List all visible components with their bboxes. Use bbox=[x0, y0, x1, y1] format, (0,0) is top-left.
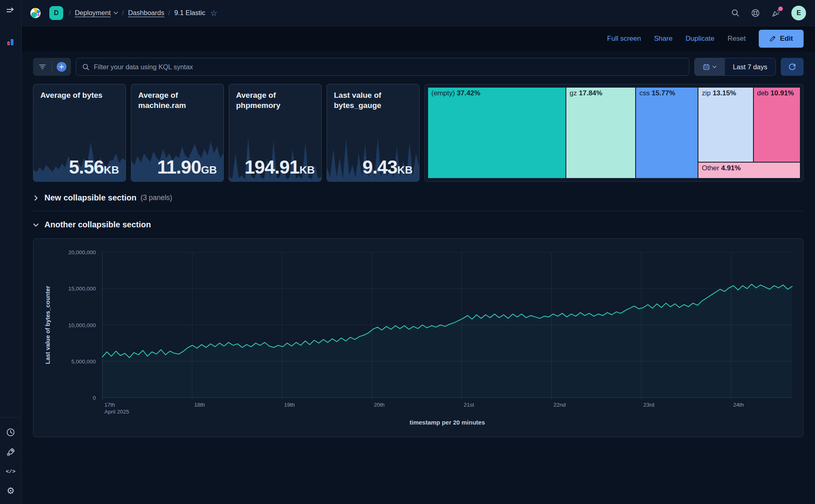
breadcrumb-separator: / bbox=[69, 9, 71, 17]
kql-search-box bbox=[76, 58, 689, 76]
calendar-dropdown[interactable] bbox=[695, 58, 725, 75]
share-button[interactable]: Share bbox=[654, 35, 672, 43]
chevron-down-icon bbox=[33, 222, 39, 228]
plus-icon bbox=[59, 64, 64, 69]
metric-number: 9.43 bbox=[362, 156, 398, 178]
dashboards-app-icon[interactable] bbox=[3, 35, 18, 50]
metric-number: 11.90 bbox=[157, 156, 201, 178]
svg-text:timestamp per 20 minutes: timestamp per 20 minutes bbox=[409, 419, 485, 426]
metric-unit: KB bbox=[104, 164, 119, 176]
treemap-label: css bbox=[639, 89, 650, 97]
pencil-icon bbox=[769, 35, 776, 42]
svg-text:22nd: 22nd bbox=[554, 402, 566, 408]
breadcrumb-deployment[interactable]: Deployment bbox=[75, 9, 118, 17]
svg-text:24th: 24th bbox=[733, 402, 744, 408]
svg-text:10,000,000: 10,000,000 bbox=[68, 322, 96, 328]
menu-expand-icon[interactable] bbox=[3, 3, 18, 18]
svg-text:19th: 19th bbox=[284, 402, 295, 408]
breadcrumb-separator: / bbox=[168, 9, 170, 17]
notification-dot bbox=[778, 7, 783, 11]
edit-button-label: Edit bbox=[780, 35, 793, 43]
edit-button[interactable]: Edit bbox=[759, 30, 804, 48]
chevron-down-icon bbox=[712, 66, 717, 68]
svg-text:15,000,000: 15,000,000 bbox=[68, 286, 96, 292]
favorite-star-icon[interactable]: ☆ bbox=[210, 8, 218, 18]
treemap-panel: (empty) 37.42% gz 17.84% css 15.77% zip … bbox=[424, 84, 804, 182]
line-chart: 05,000,00010,000,00015,000,00020,000,000… bbox=[33, 239, 803, 437]
elastic-logo[interactable] bbox=[29, 7, 42, 20]
duplicate-button[interactable]: Duplicate bbox=[686, 35, 715, 43]
filter-controls-group bbox=[33, 58, 71, 76]
metric-panel-machine-ram: Average of machine.ram 11.90GB bbox=[131, 84, 224, 182]
sidebar-divider bbox=[0, 417, 21, 418]
dashboard-toolbar: Full screen Share Duplicate Reset Edit bbox=[22, 26, 815, 51]
breadcrumb-current: 9.1 Elastic bbox=[174, 9, 205, 17]
treemap-label: zip bbox=[702, 89, 711, 97]
treemap-cell-css[interactable]: css 15.77% bbox=[636, 88, 698, 178]
svg-text:0: 0 bbox=[93, 395, 96, 401]
section-header-new-collapsible[interactable]: New collapsible section (3 panels) bbox=[33, 193, 804, 202]
treemap-cell-gz[interactable]: gz 17.84% bbox=[566, 88, 635, 178]
breadcrumb-dashboards[interactable]: Dashboards bbox=[128, 9, 164, 17]
deployment-badge[interactable]: D bbox=[49, 6, 63, 20]
section-header-another-collapsible[interactable]: Another collapsible section bbox=[33, 220, 804, 229]
treemap-cell-other[interactable]: Other 4.91% bbox=[698, 163, 800, 178]
treemap-cell-deb[interactable]: deb 10.91% bbox=[754, 88, 800, 162]
top-panels-row: Average of bytes 5.56KB Average of machi… bbox=[33, 84, 804, 182]
svg-text:18th: 18th bbox=[194, 402, 205, 408]
treemap-pct: 17.84% bbox=[579, 89, 603, 97]
treemap-label: gz bbox=[570, 89, 577, 97]
breadcrumb-separator: / bbox=[122, 9, 124, 17]
metric-title: Average of machine.ram bbox=[138, 90, 216, 110]
metric-value: 5.56KB bbox=[69, 156, 119, 178]
search-icon[interactable] bbox=[730, 8, 740, 18]
metric-value: 9.43KB bbox=[362, 156, 413, 178]
breadcrumb-deployment-label: Deployment bbox=[75, 9, 110, 17]
treemap-pct: 37.42% bbox=[457, 89, 480, 97]
reset-button[interactable]: Reset bbox=[727, 35, 745, 43]
treemap: (empty) 37.42% gz 17.84% css 15.77% zip … bbox=[428, 88, 800, 178]
full-screen-button[interactable]: Full screen bbox=[607, 35, 641, 43]
treemap-pct: 13.15% bbox=[713, 89, 736, 97]
treemap-label: Other bbox=[702, 164, 719, 172]
metric-unit: KB bbox=[397, 164, 413, 176]
treemap-pct: 15.77% bbox=[652, 89, 675, 97]
chevron-down-icon bbox=[113, 11, 118, 15]
news-party-popper-icon[interactable] bbox=[771, 8, 781, 18]
metric-unit: KB bbox=[299, 164, 315, 176]
treemap-pct: 4.91% bbox=[721, 164, 741, 172]
metric-number: 5.56 bbox=[69, 156, 104, 178]
left-sidebar: </> ⚙ bbox=[0, 0, 22, 504]
svg-text:April 2025: April 2025 bbox=[104, 409, 129, 415]
help-lifebuoy-icon[interactable] bbox=[751, 8, 760, 18]
metric-panel-phpmemory: Average of phpmemory 194.91KB bbox=[229, 84, 322, 182]
metric-panel-bytes-gauge: Last value of bytes_gauge 9.43KB bbox=[327, 84, 420, 182]
refresh-button[interactable] bbox=[781, 58, 804, 76]
metric-title: Average of bytes bbox=[40, 90, 119, 101]
getting-started-rocket-icon[interactable] bbox=[3, 445, 18, 459]
svg-text:17th: 17th bbox=[104, 402, 115, 408]
time-range-picker[interactable]: Last 7 days bbox=[694, 58, 776, 76]
metric-title: Last value of bytes_gauge bbox=[334, 90, 412, 110]
treemap-cell-empty[interactable]: (empty) 37.42% bbox=[428, 88, 565, 178]
metric-title: Average of phpmemory bbox=[236, 90, 314, 110]
recents-clock-icon[interactable] bbox=[3, 425, 18, 440]
dev-tools-glyph: </> bbox=[6, 469, 15, 475]
time-range-label[interactable]: Last 7 days bbox=[725, 58, 775, 75]
breadcrumb-dashboards-label: Dashboards bbox=[128, 9, 164, 17]
section-panel-count: (3 panels) bbox=[141, 194, 172, 202]
dev-tools-code-icon[interactable]: </> bbox=[3, 464, 18, 479]
kql-filter-input[interactable] bbox=[94, 63, 683, 71]
svg-text:Last value of bytes_counter: Last value of bytes_counter bbox=[44, 286, 51, 364]
metric-value: 194.91KB bbox=[245, 156, 315, 178]
svg-text:20th: 20th bbox=[374, 402, 384, 408]
metric-unit: GB bbox=[201, 164, 217, 176]
add-filter-button[interactable] bbox=[52, 58, 71, 76]
management-gear-icon[interactable]: ⚙ bbox=[3, 484, 18, 498]
treemap-cell-zip[interactable]: zip 13.15% bbox=[698, 88, 753, 162]
chevron-right-icon bbox=[33, 195, 39, 201]
svg-text:5,000,000: 5,000,000 bbox=[71, 359, 96, 365]
filter-funnel-icon[interactable] bbox=[33, 58, 52, 76]
line-chart-svg: 05,000,00010,000,00015,000,00020,000,000… bbox=[33, 239, 803, 437]
user-avatar[interactable]: E bbox=[791, 6, 806, 20]
